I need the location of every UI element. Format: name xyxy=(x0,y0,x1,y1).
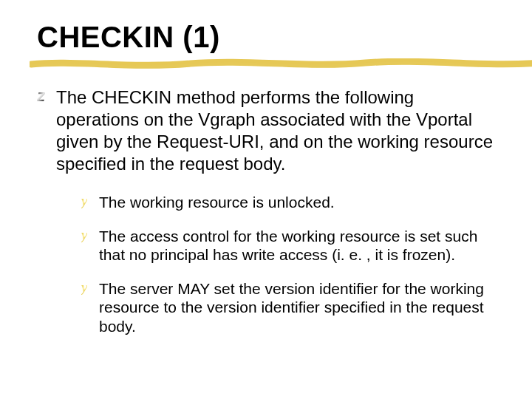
bullet-marker-y-icon: y xyxy=(81,279,99,296)
slide-body: z The CHECKIN method performs the follow… xyxy=(37,86,495,336)
title-underline xyxy=(30,58,532,70)
list-item-text: The server MAY set the version identifie… xyxy=(99,279,495,336)
page-title: CHECKIN (1) xyxy=(37,21,495,54)
list-item-text: The CHECKIN method performs the followin… xyxy=(56,86,495,175)
title-wrap: CHECKIN (1) xyxy=(37,21,495,54)
list-item-text: The access control for the working resou… xyxy=(99,227,495,265)
bullet-marker-y-icon: y xyxy=(81,193,99,209)
list-item: y The working resource is unlocked. xyxy=(81,193,495,212)
bullet-marker-z-icon: z xyxy=(37,86,56,106)
list-item: z The CHECKIN method performs the follow… xyxy=(37,86,495,175)
sub-list: y The working resource is unlocked. y Th… xyxy=(81,193,495,336)
bullet-marker-y-icon: y xyxy=(81,227,99,243)
list-item: y The access control for the working res… xyxy=(81,227,495,265)
slide: CHECKIN (1) z The CHECKIN method perform… xyxy=(0,0,532,399)
list-item-text: The working resource is unlocked. xyxy=(99,193,335,212)
list-item: y The server MAY set the version identif… xyxy=(81,279,495,336)
